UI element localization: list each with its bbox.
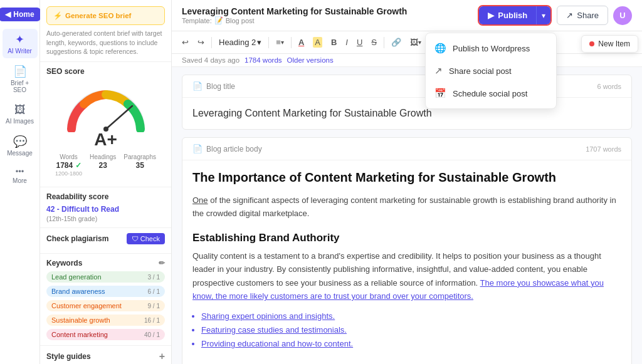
- article-body-section: 📄 Blog article body 1707 words The Impor…: [182, 137, 632, 364]
- top-bar-right: ▶ Publish ▾ ↗ Share U 🌐 Publish to Wordp…: [478, 5, 632, 26]
- font-color-button[interactable]: A: [295, 35, 308, 49]
- share-icon: ↗: [566, 11, 573, 20]
- dropdown-item-schedule[interactable]: 📅 Schedule social post: [426, 82, 556, 105]
- keywords-list: Lead generation 3 / 1 Brand awareness 6 …: [46, 271, 165, 340]
- stat-headings-label: Headings: [90, 153, 116, 160]
- stat-words-range: 1200-1800: [55, 170, 82, 177]
- sidebar-item-label-more: More: [13, 177, 27, 184]
- brief-seo-icon: 📄: [13, 65, 27, 78]
- new-item-badge: New Item: [581, 35, 638, 53]
- heading-selector[interactable]: Heading 2 ▾: [215, 35, 265, 49]
- check-icon: 🛡: [132, 235, 139, 242]
- align-chevron-icon: ▾: [281, 39, 284, 46]
- strikethrough-button[interactable]: S: [367, 35, 381, 49]
- link-icon: 🔗: [391, 38, 401, 47]
- gauge-grade: A+: [94, 130, 117, 150]
- wordpress-icon: 🌐: [434, 43, 446, 54]
- doc-content[interactable]: 📄 Blog title 6 words Leveraging Content …: [172, 67, 642, 364]
- bold-button[interactable]: B: [327, 35, 340, 49]
- sidebar-item-ai-writer[interactable]: ✦ AI Writer: [3, 29, 38, 58]
- sidebar-item-label-ai-images: AI Images: [6, 118, 34, 125]
- style-guides-add-icon[interactable]: +: [159, 351, 165, 362]
- chevron-down-icon: ▾: [542, 11, 545, 20]
- publish-button[interactable]: ▶ Publish: [479, 6, 536, 24]
- toolbar: ↩ ↪ Heading 2 ▾ ≡ ▾ A A B I U: [172, 31, 642, 54]
- heading-chevron-icon: ▾: [257, 38, 261, 47]
- gauge-wrap: A+ Words 1784 ✓ 1200-1800 Headings 23 Pa…: [46, 80, 165, 182]
- keywords-title: Keywords ✏: [46, 259, 165, 268]
- readability-grade: (12th-15th grade): [46, 215, 165, 222]
- calendar-icon: 📅: [434, 88, 446, 99]
- doc-template: Template: 📝 Blog post: [182, 16, 407, 24]
- section-header-left: 📄 Blog title: [192, 81, 235, 91]
- link-button[interactable]: 🔗: [387, 35, 405, 49]
- article-h2-brand: Establishing Brand Authority: [192, 232, 621, 244]
- readability-title: Readability score: [46, 192, 165, 201]
- sidebar-item-message[interactable]: 💬 Message: [3, 131, 38, 160]
- image-button[interactable]: 🖼 ▾: [406, 35, 425, 49]
- align-icon: ≡: [276, 38, 281, 47]
- sidebar-item-label-ai-writer: AI Writer: [8, 48, 32, 55]
- underline-button[interactable]: U: [353, 35, 366, 49]
- plagiarism-title: Check plagiarism 🛡 Check: [46, 233, 165, 244]
- image-chevron-icon: ▾: [418, 39, 421, 46]
- sidebar-item-brief-seo[interactable]: 📄 Brief + SEO: [3, 61, 38, 97]
- redo-icon: ↪: [197, 38, 204, 47]
- editor-area: Leveraging Content Marketing for Sustain…: [172, 0, 642, 364]
- dropdown-item-social-post[interactable]: ↗ Share social post: [426, 60, 556, 82]
- italic-button[interactable]: I: [342, 35, 352, 49]
- article-header-left: 📄 Blog article body: [192, 144, 262, 153]
- top-bar-left: Leveraging Content Marketing for Sustain…: [182, 6, 407, 24]
- strikethrough-icon: S: [371, 38, 377, 47]
- toolbar-separator-2: [268, 37, 269, 48]
- sidebar-item-ai-images[interactable]: 🖼 AI Images: [3, 100, 38, 128]
- bold-icon: B: [331, 38, 337, 47]
- older-versions-link[interactable]: Older versions: [287, 56, 334, 64]
- font-color-icon: A: [298, 38, 304, 47]
- blog-title-text[interactable]: Leveraging Content Marketing for Sustain…: [192, 108, 621, 119]
- toolbar-separator-3: [291, 37, 292, 48]
- toolbar-separator-4: [384, 37, 384, 48]
- share-button[interactable]: ↗ Share: [557, 6, 608, 25]
- keywords-edit-icon[interactable]: ✏: [159, 259, 165, 268]
- highlight-icon: A: [313, 37, 322, 48]
- article-body[interactable]: The Importance of Content Marketing for …: [182, 160, 631, 364]
- keyword-content-marketing: Content marketing 40 / 1: [46, 329, 165, 340]
- stat-paragraphs: Paragraphs 35: [124, 153, 156, 177]
- publish-dropdown-button[interactable]: ▾: [536, 6, 550, 24]
- home-button[interactable]: ◀ Home: [0, 8, 41, 21]
- new-dot: [589, 41, 594, 46]
- readability-score: 42 - Difficult to Read: [46, 205, 165, 214]
- stat-words: Words 1784 ✓ 1200-1800: [55, 153, 82, 177]
- readability-section: Readability score 42 - Difficult to Read…: [40, 187, 171, 227]
- blog-title-header: 📄 Blog title 6 words: [182, 75, 631, 98]
- publish-arrow-icon: ▶: [488, 11, 494, 20]
- seo-score-title: SEO score: [46, 67, 165, 76]
- align-button[interactable]: ≡ ▾: [272, 35, 288, 49]
- highlight-button[interactable]: A: [309, 34, 326, 50]
- dropdown-item-wordpress[interactable]: 🌐 Publish to Wordpress: [426, 37, 556, 60]
- undo-button[interactable]: ↩: [178, 35, 192, 49]
- doc-icon: 📄: [192, 81, 203, 91]
- doc-title: Leveraging Content Marketing for Sustain…: [182, 6, 407, 16]
- article-header: 📄 Blog article body 1707 words: [182, 138, 631, 160]
- generate-seo-btn[interactable]: ⚡ Generate SEO brief: [46, 6, 165, 25]
- word-count-link[interactable]: 1784 words: [245, 56, 282, 64]
- article-intro: One of the significant aspects of levera…: [192, 194, 621, 221]
- toolbar-separator-1: [211, 37, 212, 48]
- keyword-sustainable-growth: Sustainable growth 16 / 1: [46, 315, 165, 326]
- redo-button[interactable]: ↪: [194, 35, 208, 49]
- blog-title-word-count: 6 words: [597, 83, 621, 90]
- check-button[interactable]: 🛡 Check: [127, 233, 165, 244]
- saved-status: Saved 4 days ago: [182, 56, 239, 64]
- stat-paragraphs-label: Paragraphs: [124, 153, 156, 160]
- sidebar-item-more[interactable]: ••• More: [3, 163, 38, 188]
- italic-icon: I: [345, 38, 348, 47]
- stat-headings-val: 23: [98, 161, 107, 170]
- home-label: Home: [13, 10, 34, 19]
- top-bar: Leveraging Content Marketing for Sustain…: [172, 0, 642, 31]
- avatar[interactable]: U: [613, 6, 632, 25]
- article-doc-icon: 📄: [192, 144, 203, 153]
- list-item: Featuring case studies and testimonials.: [201, 323, 621, 337]
- seo-score-section: SEO score A+ Words 178: [40, 61, 171, 187]
